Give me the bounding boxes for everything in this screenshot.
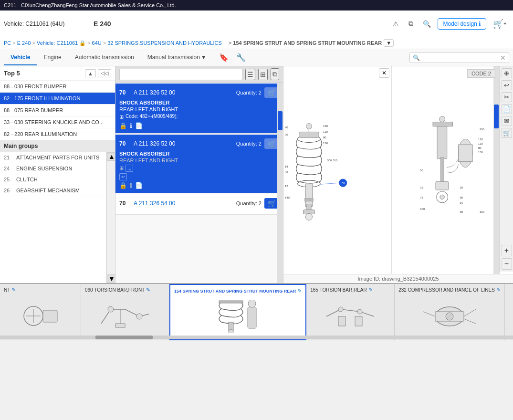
thumb-item-3[interactable]: 165 TORSION BAR,REAR ✎ [306,284,395,340]
top5-item-2[interactable]: 88 - 075 REAR BUMPER [0,105,115,116]
thumb-edit-icon-1[interactable]: ✎ [146,287,150,293]
svg-point-29 [440,195,444,199]
breadcrumb-64u[interactable]: 64U [92,40,102,46]
warning-icon-btn[interactable]: ⚠ [390,18,402,30]
top5-item-0[interactable]: 88 - 030 FRONT BUMPER [0,81,115,93]
thumb-scrollbar[interactable] [0,336,513,339]
tab-automatic[interactable]: Automatic transmission [68,50,141,65]
tab-engine[interactable]: Engine [37,50,68,65]
part-item-1[interactable]: 70 A 211 326 52 00 Quantity: 2 🛒 SHOCK A… [115,135,283,193]
parts-list-icon-2[interactable]: ⧉ [271,68,279,80]
svg-point-51 [108,306,114,312]
thumb-edit-icon-2[interactable]: ✎ [297,288,302,294]
cart-diag-btn[interactable]: 🛒 [502,128,512,138]
parts-list-icon-1[interactable]: ⊞ [258,69,268,80]
part-number-0: A 211 326 52 00 [134,89,233,96]
thumb-item-1[interactable]: 060 TORSION BAR,FRONT ✎ [81,284,169,340]
thumb-item-4[interactable]: 232 COMPRESSOR AND RANGE OF LINES ✎ [395,284,505,340]
part-icon-lock-1[interactable]: 🔒 [119,182,127,189]
sidebar-scroll-up[interactable]: ▲ [107,152,115,161]
vehicle-id: Vehicle: C211061 (64U) [4,21,80,27]
group-item-21[interactable]: 21 ATTACHMENT PARTS FOR UNITS [0,152,106,163]
diagram-vscroll[interactable] [493,66,499,274]
main-layout: Top 5 ▲ ◁◁ 88 - 030 FRONT BUMPER 82 - 17… [0,66,513,283]
topbar: C211 - CiXunChengZhangFeng Star Automobi… [0,0,513,10]
search-input[interactable] [422,54,498,61]
part-code-0: Code: 482+-(M005/489); [126,114,178,119]
parts-list-header: ☰ ⊞ ⧉ [115,66,283,83]
part-icon-lock-0[interactable]: 🔒 [119,122,127,129]
svg-rect-63 [355,316,362,326]
zoom-minus-btn[interactable]: − [502,258,512,270]
top5-item-4[interactable]: 82 - 220 REAR ILLUMINATION [0,128,115,140]
part-sublabel-1[interactable]: ↩ [119,173,127,180]
svg-text:200: 200 [479,128,484,131]
svg-rect-5 [299,132,319,137]
svg-text:80: 80 [478,147,481,149]
part-icon-info-0[interactable]: ℹ [130,122,132,129]
sidebar-scroll-down[interactable]: ▼ [107,274,115,283]
search-icon-btn[interactable]: 🔍 [420,18,434,30]
wrench-icon[interactable]: 🔧 [234,51,248,64]
part-sub-0: REAR LEFT AND RIGHT [119,106,279,112]
breadcrumb-dropdown[interactable]: ▼ [384,39,394,47]
parts-list-icon-0[interactable]: ☰ [245,69,255,80]
part-qty-2: Quantity: 2 [236,200,262,206]
diagram-close-left[interactable]: ✕ [379,68,389,78]
model-name: E 240 [94,20,111,28]
zoom-in-btn[interactable]: ⊕ [502,68,512,78]
part-code-badge-1[interactable]: ... [126,165,133,172]
tab-manual[interactable]: Manual transmission ▼ [141,50,213,65]
thumb-edit-icon-0[interactable]: ✎ [11,287,16,293]
part-icon-info-1[interactable]: ℹ [130,182,132,189]
breadcrumb-pc[interactable]: PC [4,40,11,46]
thumb-item-2[interactable]: 154 SPRING STRUT AND SPRING STRUT MOUNTI… [169,284,306,340]
top5-item-3[interactable]: 33 - 030 STEERING KNUCKLE AND CO... [0,116,115,128]
breadcrumb-e240[interactable]: E 240 [17,40,31,46]
mail-btn[interactable]: ✉ [502,116,512,126]
thumb-edit-icon-4[interactable]: ✎ [496,287,501,293]
part-name-0: SHOCK ABSORBER [119,100,279,105]
thumb-edit-icon-3[interactable]: ✎ [368,287,373,293]
thumb-label-3: 165 TORSION BAR,REAR ✎ [308,286,392,294]
undo-btn[interactable]: ↩ [502,80,512,90]
group-item-25[interactable]: 25 CLUTCH [0,174,106,185]
parts-list: ☰ ⊞ ⧉ 70 A 211 326 52 00 Quantity: 2 🛒 S… [115,66,283,283]
copy-icon-btn[interactable]: ⧉ [406,18,416,30]
top5-hide-btn[interactable]: ◁◁ [98,69,111,77]
part-item-0[interactable]: 70 A 211 326 52 00 Quantity: 2 🛒 SHOCK A… [115,84,283,134]
thumb-item-0[interactable]: NT ✎ [0,284,81,340]
left-sidebar: Top 5 ▲ ◁◁ 88 - 030 FRONT BUMPER 82 - 17… [0,66,115,283]
svg-line-24 [320,183,339,184]
cart-button[interactable]: 🛒+ [490,17,509,31]
breadcrumb-category[interactable]: 32 SPRINGS,SUSPENSION AND HYDRAULICS [107,40,222,46]
part-item-2[interactable]: 70 A 211 326 54 00 Quantity: 2 🛒 [115,194,283,215]
part-icon-doc-1[interactable]: 📄 [135,182,143,189]
zoom-plus-btn[interactable]: + [502,245,512,256]
top5-item-1[interactable]: 82 - 175 FRONT ILLUMINATION [0,93,115,105]
tab-vehicle[interactable]: Vehicle [4,50,37,65]
svg-text:40: 40 [285,126,288,129]
diagram-right-toolbar: ⊕ ↩ ✂ 📄 ✉ 🛒 + − [500,66,513,272]
svg-text:20: 20 [460,186,463,189]
top5-collapse-btn[interactable]: ▲ [85,69,96,77]
svg-point-57 [229,329,233,333]
svg-text:150: 150 [323,142,328,145]
doc-btn[interactable]: 📄 [502,104,512,114]
top5-controls: ▲ ◁◁ [85,69,111,77]
part-icon-doc-0[interactable]: 📄 [135,122,143,129]
close-icon[interactable]: ✕ [500,54,506,62]
part-pos-0: 70 [119,89,131,96]
parts-list-scrollbar[interactable] [277,83,283,283]
model-design-button[interactable]: Model design ℹ [438,18,486,30]
svg-text:12: 12 [285,185,288,188]
parts-search-input[interactable] [119,69,242,80]
thumb-label-4: 232 COMPRESSOR AND RANGE OF LINES ✎ [397,286,503,294]
bookmark-icon[interactable]: 🔖 [217,51,230,64]
group-item-26[interactable]: 26 GEARSHIFT MECHANISM [0,185,106,196]
cut-btn[interactable]: ✂ [502,92,512,102]
sidebar-scroll-buttons: ▲ ▼ [106,152,115,283]
svg-point-30 [439,116,445,122]
breadcrumb-vehicle[interactable]: Vehicle: C211061 [37,40,78,46]
group-item-24[interactable]: 24 ENGINE SUSPENSION [0,163,106,174]
